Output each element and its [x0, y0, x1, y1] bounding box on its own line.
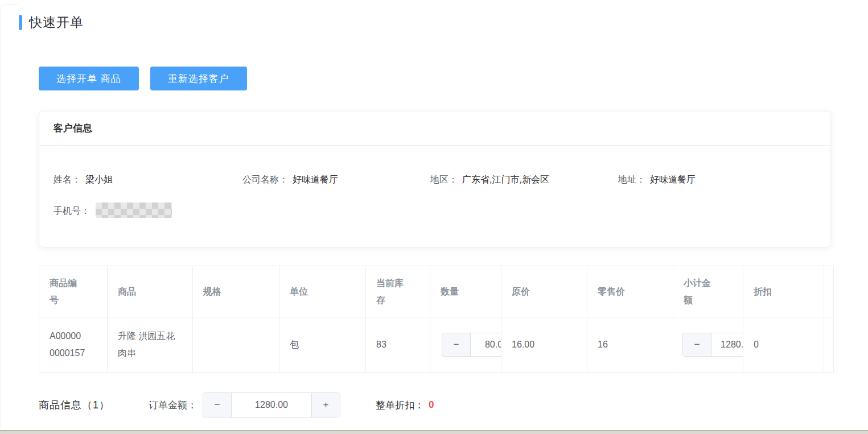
cell-stock: 83	[366, 317, 430, 373]
cell-unit: 包	[279, 317, 366, 373]
subtotal-input[interactable]	[711, 333, 743, 356]
customer-company-value: 好味道餐厅	[293, 175, 338, 184]
quantity-stepper: − +	[442, 333, 501, 357]
subtotal-stepper-clip: − +	[682, 318, 743, 372]
customer-card-body: 姓名：梁小姐 公司名称：好味道餐厅 地区：广东省,江门市,新会区 地址：好味道餐…	[39, 146, 830, 218]
col-header-spec: 规格	[193, 266, 279, 317]
col-header-subtotal: 小计金额	[673, 266, 743, 317]
quantity-stepper-clip: − +	[442, 318, 501, 372]
col-header-empty	[824, 266, 834, 317]
order-amount-label: 订单金额：	[149, 399, 197, 412]
quick-order-page: 快速开单 选择开单 商品 重新选择客户 客户信息 姓名：梁小姐 公司名称：好味道…	[0, 0, 868, 434]
panel-corner-border	[1, 5, 20, 11]
page-header: 快速开单	[19, 14, 84, 31]
col-header-stock: 当前库存	[366, 266, 430, 317]
customer-region-value: 广东省,江门市,新会区	[462, 175, 549, 184]
customer-fields-row1: 姓名：梁小姐 公司名称：好味道餐厅 地区：广东省,江门市,新会区 地址：好味道餐…	[54, 174, 816, 186]
customer-region-label: 地区：	[430, 175, 458, 184]
customer-name-label: 姓名：	[54, 175, 81, 184]
col-header-quantity: 数量	[430, 266, 501, 317]
title-accent-bar	[19, 15, 22, 30]
product-row: A000000000157 升隆 洪园五花肉串 包 83 − + 16.00 1…	[39, 317, 834, 373]
cell-empty	[824, 317, 834, 373]
col-header-original-price: 原价	[501, 266, 587, 317]
whole-discount-value: 0	[429, 399, 434, 411]
customer-phone-field: 手机号：	[54, 205, 242, 218]
reselect-customer-button[interactable]: 重新选择客户	[150, 67, 247, 90]
order-amount-stepper: − +	[203, 392, 340, 418]
product-table: 商品编号 商品 规格 单位 当前库存 数量 原价 零售价 小计金额 折扣 A00…	[39, 266, 834, 373]
subtotal-stepper: − +	[682, 333, 743, 357]
horizontal-scrollbar-track[interactable]	[0, 430, 868, 434]
col-header-retail-price: 零售价	[587, 266, 673, 317]
customer-fields-row2: 手机号：	[54, 205, 816, 218]
page-title: 快速开单	[29, 14, 84, 31]
customer-company-label: 公司名称：	[242, 175, 288, 184]
customer-name-field: 姓名：梁小姐	[54, 174, 242, 186]
whole-discount-label: 整单折扣：	[376, 399, 424, 412]
order-summary-bar: 商品信息（1） 订单金额： − + 整单折扣： 0	[39, 391, 434, 419]
items-count-label: 商品信息（1）	[39, 398, 110, 412]
cell-subtotal: − +	[673, 317, 743, 373]
select-product-button[interactable]: 选择开单 商品	[39, 67, 139, 90]
cell-original-price: 16.00	[501, 317, 587, 373]
cell-product-code: A000000000157	[39, 317, 108, 373]
order-amount-increase-button[interactable]: +	[311, 393, 340, 417]
customer-phone-label: 手机号：	[54, 206, 90, 216]
subtotal-decrease-button[interactable]: −	[683, 333, 711, 356]
phone-masked-value	[96, 202, 172, 218]
customer-name-value: 梁小姐	[85, 175, 113, 184]
order-amount-input[interactable]	[232, 393, 311, 417]
cell-product-name: 升隆 洪园五花肉串	[108, 317, 193, 373]
customer-address-value: 好味道餐厅	[650, 175, 696, 184]
order-amount-decrease-button[interactable]: −	[203, 393, 232, 417]
customer-info-card: 客户信息 姓名：梁小姐 公司名称：好味道餐厅 地区：广东省,江门市,新会区 地址…	[39, 111, 831, 247]
quantity-decrease-button[interactable]: −	[442, 333, 471, 356]
col-header-product-code: 商品编号	[39, 266, 108, 317]
customer-region-field: 地区：广东省,江门市,新会区	[430, 174, 618, 186]
cell-spec	[193, 317, 279, 373]
col-header-discount: 折扣	[743, 266, 824, 317]
col-header-product: 商品	[108, 266, 193, 317]
panel-left-border	[1, 5, 1, 429]
table-header-row: 商品编号 商品 规格 单位 当前库存 数量 原价 零售价 小计金额 折扣	[39, 266, 834, 317]
col-header-unit: 单位	[279, 266, 366, 317]
customer-card-header: 客户信息	[39, 111, 830, 146]
cell-quantity: − +	[430, 317, 501, 373]
cell-discount: 0	[743, 317, 824, 373]
quantity-input[interactable]	[471, 333, 501, 356]
customer-address-field: 地址：好味道餐厅	[618, 174, 816, 186]
customer-address-label: 地址：	[618, 175, 645, 184]
customer-company-field: 公司名称：好味道餐厅	[242, 174, 430, 186]
toolbar: 选择开单 商品 重新选择客户	[39, 67, 247, 90]
customer-card-title: 客户信息	[54, 123, 92, 134]
cell-retail-price: 16	[587, 317, 673, 373]
